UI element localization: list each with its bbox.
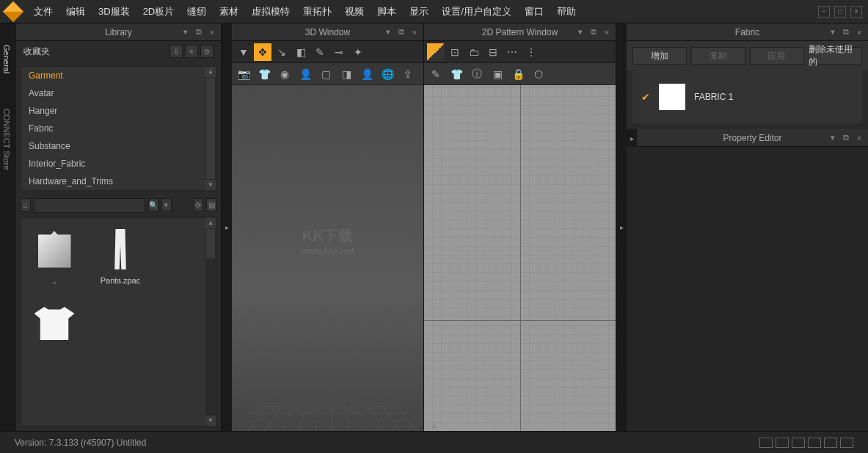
- transform-icon[interactable]: ⊡: [446, 43, 464, 61]
- measure-icon[interactable]: ⊸: [330, 43, 348, 61]
- category-garment[interactable]: Garment: [21, 67, 216, 84]
- edit-pattern-icon[interactable]: [427, 43, 445, 61]
- surface-icon[interactable]: ◉: [276, 65, 293, 83]
- show-garment-icon[interactable]: 👕: [448, 65, 465, 83]
- bottom-expand-icon[interactable]: ▲: [431, 421, 438, 430]
- menu-material[interactable]: 素材: [219, 5, 238, 18]
- close-panel-icon[interactable]: ×: [206, 26, 218, 38]
- 3d-viewport[interactable]: KK下载 www.kkx.net: [232, 85, 423, 431]
- minimize-button[interactable]: −: [818, 6, 830, 18]
- menu-file[interactable]: 文件: [34, 5, 53, 18]
- tab-general[interactable]: General: [0, 38, 16, 80]
- download-icon[interactable]: ⇩: [169, 45, 183, 58]
- view-mode-icon[interactable]: ▤: [206, 198, 216, 211]
- more-icon[interactable]: ⋮: [522, 43, 540, 61]
- menu-3d-garment[interactable]: 3D服装: [98, 5, 130, 18]
- scroll-down-icon[interactable]: ▼: [205, 180, 216, 190]
- dropdown-icon[interactable]: ▾: [827, 132, 839, 144]
- arrange-icon[interactable]: ◧: [292, 43, 310, 61]
- apply-fabric-button[interactable]: 应用: [750, 47, 804, 65]
- tab-connect-store[interactable]: CONNECT Store: [0, 102, 16, 177]
- popout-icon[interactable]: ⧉: [840, 26, 852, 38]
- scroll-down-icon[interactable]: ▼: [205, 416, 216, 426]
- lock-icon[interactable]: 🔒: [509, 65, 527, 83]
- category-avatar[interactable]: Avatar: [21, 84, 216, 102]
- scroll-up-icon[interactable]: ▲: [205, 67, 216, 77]
- copy-fabric-button[interactable]: 复制: [691, 47, 745, 65]
- layer-icon[interactable]: ▣: [489, 65, 506, 83]
- thumb-parent-folder[interactable]: ..: [29, 225, 80, 285]
- dock-arrow-left[interactable]: ▸: [222, 23, 232, 431]
- menu-2d-pattern[interactable]: 2D板片: [143, 5, 175, 18]
- popout-icon[interactable]: ⧉: [588, 26, 599, 38]
- folder-icon[interactable]: 🗀: [465, 43, 483, 61]
- category-hanger[interactable]: Hanger: [21, 102, 216, 120]
- basket-icon[interactable]: ⬡: [530, 65, 547, 83]
- trace-icon[interactable]: ⊟: [484, 43, 502, 61]
- thumb-tshirt[interactable]: [29, 300, 80, 350]
- home-icon[interactable]: ⌂: [21, 198, 31, 211]
- simulate-icon[interactable]: ▼: [235, 43, 252, 61]
- layout-6-button[interactable]: [840, 438, 853, 448]
- menu-window[interactable]: 窗口: [525, 5, 544, 18]
- wand-icon[interactable]: ✎: [427, 65, 445, 83]
- popout-icon[interactable]: ⧉: [395, 26, 407, 38]
- thumb-pants[interactable]: Pants.zpac: [95, 225, 146, 285]
- texture-icon[interactable]: ▢: [317, 65, 335, 83]
- layout-2-button[interactable]: [776, 438, 789, 448]
- add-icon[interactable]: +: [185, 45, 198, 58]
- gizmo-icon[interactable]: ✦: [349, 43, 367, 61]
- thick-icon[interactable]: ◨: [338, 65, 355, 83]
- menu-edit[interactable]: 编辑: [66, 5, 85, 18]
- garment-icon[interactable]: 👕: [255, 65, 273, 83]
- dock-arrow-right[interactable]: ▸: [616, 23, 627, 431]
- delete-unused-button[interactable]: 删除未使用的: [808, 47, 862, 65]
- sewing-icon[interactable]: ⋯: [503, 43, 521, 61]
- menu-retopo[interactable]: 重拓扑: [303, 5, 332, 18]
- globe-icon[interactable]: 🌐: [379, 65, 396, 83]
- category-fabric[interactable]: Fabric: [21, 120, 216, 137]
- menu-display[interactable]: 显示: [409, 5, 428, 18]
- info-icon[interactable]: ⓘ: [468, 65, 486, 83]
- dock-arrow-property[interactable]: ▸: [627, 129, 637, 147]
- 2d-viewport[interactable]: [424, 85, 616, 431]
- menu-video[interactable]: 视频: [345, 5, 364, 18]
- category-hardware-trims[interactable]: Hardware_and_Trims: [21, 173, 216, 190]
- menu-settings[interactable]: 设置/用户自定义: [442, 5, 511, 18]
- dropdown-icon[interactable]: ▾: [827, 26, 839, 38]
- fabric-swatch[interactable]: [659, 84, 685, 110]
- category-interior-fabric[interactable]: Interior_Fabric: [21, 155, 216, 173]
- close-button[interactable]: ×: [850, 6, 862, 18]
- export-icon[interactable]: ⇪: [399, 65, 417, 83]
- refresh-thumbs-icon[interactable]: ⟳: [194, 198, 204, 211]
- menu-sewing[interactable]: 缝纫: [187, 5, 206, 18]
- thumbs-scrollbar[interactable]: ▲ ▼: [205, 218, 216, 426]
- refresh-icon[interactable]: ⟳: [200, 45, 214, 58]
- category-substance[interactable]: Substance: [21, 137, 216, 155]
- category-scrollbar[interactable]: ▲ ▼: [205, 67, 216, 190]
- edit-icon[interactable]: ✎: [311, 43, 329, 61]
- scroll-thumb[interactable]: [206, 229, 215, 258]
- camera-icon[interactable]: 📷: [235, 65, 252, 83]
- search-icon[interactable]: 🔍: [148, 198, 158, 211]
- search-dropdown-icon[interactable]: ▾: [161, 198, 172, 211]
- layout-3-button[interactable]: [792, 438, 805, 448]
- dropdown-icon[interactable]: ▾: [382, 26, 394, 38]
- menu-avatar[interactable]: 虚拟模特: [252, 5, 290, 18]
- menu-script[interactable]: 脚本: [377, 5, 396, 18]
- dropdown-icon[interactable]: ▾: [575, 26, 586, 38]
- close-panel-icon[interactable]: ×: [409, 26, 420, 38]
- dropdown-icon[interactable]: ▾: [180, 26, 192, 38]
- close-panel-icon[interactable]: ×: [853, 26, 865, 38]
- popout-icon[interactable]: ⧉: [840, 132, 852, 144]
- popout-icon[interactable]: ⧉: [193, 26, 205, 38]
- layout-5-button[interactable]: [824, 438, 837, 448]
- fabric-name[interactable]: FABRIC 1: [694, 92, 733, 102]
- menu-help[interactable]: 帮助: [557, 5, 576, 18]
- scroll-thumb[interactable]: [206, 78, 215, 179]
- pin-icon[interactable]: ↘: [273, 43, 291, 61]
- close-panel-icon[interactable]: ×: [853, 132, 865, 144]
- select-move-icon[interactable]: ✥: [254, 43, 271, 61]
- avatar-icon[interactable]: 👤: [296, 65, 314, 83]
- search-input[interactable]: [34, 198, 145, 213]
